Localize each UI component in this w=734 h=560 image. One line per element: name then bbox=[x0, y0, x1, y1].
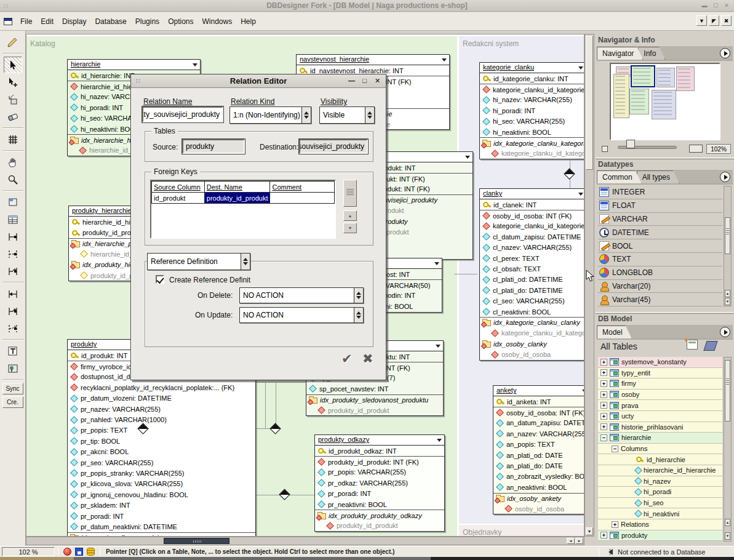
table-column-row[interactable]: id_clanek: INT bbox=[480, 199, 584, 210]
table-column-row[interactable]: an_plati_do: DATE bbox=[493, 460, 584, 471]
table-column-row[interactable]: pr_popis_stranky: VARCHAR(255) bbox=[68, 468, 255, 478]
dialog-close-icon[interactable]: ✕ bbox=[373, 76, 382, 86]
visibility-select[interactable]: Visible bbox=[319, 106, 375, 124]
zoom-tool[interactable] bbox=[4, 171, 22, 188]
tree-item[interactable]: id_hierarchie bbox=[598, 454, 722, 465]
table-column-row[interactable]: produkty_id_produkt bbox=[315, 521, 444, 531]
expander-icon[interactable] bbox=[600, 380, 607, 387]
table-column-row[interactable]: pr_popis: TEXT bbox=[68, 425, 255, 436]
dialog-minimize-icon[interactable]: — bbox=[347, 76, 356, 86]
mdi-maximize-icon[interactable]: ◤ bbox=[709, 15, 719, 26]
scroll-left-icon[interactable]: ◄ bbox=[567, 538, 575, 544]
table-column-row[interactable]: idx_kategorie_clanku_kategorie_clanku bbox=[480, 137, 584, 148]
table-column-row[interactable]: an_nazev: VARCHAR(255) bbox=[493, 428, 584, 439]
tab-common[interactable]: Common bbox=[597, 170, 642, 183]
fk-row-up-icon[interactable]: ▲ bbox=[343, 210, 357, 221]
table-column-row[interactable]: pr_akcni: BOOL bbox=[68, 447, 255, 457]
table-column-row[interactable]: cl_nazev: VARCHAR(255) bbox=[480, 242, 584, 253]
tree-item[interactable]: systemove_konstanty bbox=[598, 357, 722, 368]
expander-icon[interactable] bbox=[600, 369, 607, 376]
scroll-down-icon[interactable]: ▼ bbox=[586, 527, 593, 535]
relation-1n-nonid-tool[interactable] bbox=[4, 303, 22, 319]
collapse-arrow-icon[interactable] bbox=[578, 193, 583, 196]
table-column-row[interactable]: kategorie_clanku_id_kategorie_clanku: IN… bbox=[480, 221, 584, 231]
table-column-row[interactable]: sp_pocet_navstev: INT bbox=[306, 383, 443, 394]
fk-col-dest[interactable]: Dest. Name bbox=[204, 182, 270, 193]
fit-view-button[interactable] bbox=[689, 145, 703, 153]
pencil-tool[interactable] bbox=[4, 34, 22, 50]
table-column-row[interactable]: pr_popis: VARCHAR(255) bbox=[315, 467, 444, 478]
table-column-row[interactable]: idx_vyrobce_firmy_produkty bbox=[68, 532, 255, 537]
reference-definition-select[interactable]: Reference Definition bbox=[147, 253, 250, 270]
mdi-close-icon[interactable]: ✖ bbox=[721, 15, 732, 26]
menu-item[interactable]: Plugins bbox=[131, 15, 164, 28]
expander-icon[interactable] bbox=[612, 446, 618, 452]
expander-icon[interactable] bbox=[600, 391, 607, 398]
fk-grid-grip[interactable] bbox=[343, 180, 357, 207]
tree-scroll-thumb[interactable] bbox=[725, 360, 730, 422]
fk-row[interactable]: id_produkt produkty_id_produkt bbox=[152, 193, 335, 204]
ok-check-button[interactable]: ✔ bbox=[341, 351, 353, 366]
on-delete-select[interactable]: NO ACTION bbox=[239, 287, 364, 303]
relation-11-nonid-tool[interactable] bbox=[4, 286, 22, 302]
table-column-row[interactable]: osoby_id_osoba: INT (FK) bbox=[480, 210, 584, 220]
table-tool[interactable] bbox=[4, 211, 22, 228]
spinner-icon[interactable] bbox=[241, 254, 250, 270]
table-column-row[interactable]: an_datum_zapisu: DATETIME bbox=[493, 418, 584, 428]
vertical-scroll-thumb[interactable] bbox=[586, 36, 593, 170]
table-column-row[interactable]: pr_ignoruj_cenovou_hladinu: BOOL bbox=[68, 489, 255, 500]
table-header[interactable]: ankety bbox=[493, 386, 584, 396]
fk-col-comment[interactable]: Comment bbox=[270, 182, 335, 193]
datatype-item[interactable]: INTEGER bbox=[598, 186, 722, 199]
tab-overflow-icon[interactable] bbox=[720, 48, 730, 58]
on-update-select[interactable]: NO ACTION bbox=[239, 307, 364, 323]
relation-line[interactable] bbox=[256, 382, 306, 383]
relation-nm-tool[interactable] bbox=[4, 263, 22, 279]
dialog-maximize-icon[interactable]: □ bbox=[360, 76, 369, 86]
table-header[interactable]: kategorie_clanku bbox=[480, 63, 584, 73]
expander-icon[interactable] bbox=[600, 434, 607, 441]
relation-1n-tool[interactable] bbox=[4, 246, 22, 262]
db-table-ankety[interactable]: anketyid_anketa: INTosoby_id_osoba: INT … bbox=[493, 385, 584, 514]
minimize-icon[interactable]: ▬ bbox=[700, 1, 709, 10]
tree-item[interactable]: typy_entit bbox=[598, 368, 722, 379]
tab-overflow-icon[interactable] bbox=[720, 172, 730, 182]
table-column-row[interactable]: an_popis: TEXT bbox=[493, 439, 584, 450]
tree-scrollbar[interactable]: ▲ ▼ bbox=[724, 357, 732, 542]
db-table-clanky[interactable]: clankyid_clanek: INTosoby_id_osoba: INT … bbox=[479, 188, 584, 361]
table-column-row[interactable]: id_kategorie_clanku: INT bbox=[480, 73, 584, 84]
table-column-row[interactable]: cl_neaktivni: BOOL bbox=[480, 306, 584, 317]
close-icon[interactable]: ✕ bbox=[722, 1, 732, 10]
table-column-row[interactable]: cl_seo: VARCHAR(255) bbox=[480, 296, 584, 306]
fk-col-source[interactable]: Source Column bbox=[152, 182, 205, 193]
table-column-row[interactable]: id_anketa: INT bbox=[493, 396, 584, 407]
scroll-down-icon[interactable]: ▼ bbox=[725, 298, 730, 305]
panel-separator[interactable] bbox=[596, 158, 734, 159]
relation-11-tool[interactable] bbox=[4, 228, 22, 245]
zoom-slider[interactable] bbox=[618, 143, 677, 149]
fk-row-down-icon[interactable]: ▼ bbox=[343, 223, 357, 233]
tree-item[interactable]: hierarchie_id_hierarchie bbox=[598, 465, 722, 476]
create-reference-checkbox[interactable] bbox=[156, 275, 164, 284]
table-column-row[interactable]: pr_nahled: VARCHAR(1000) bbox=[68, 414, 255, 425]
table-column-row[interactable]: hi_nazev: VARCHAR(255) bbox=[480, 95, 584, 105]
datatype-item[interactable]: DATETIME bbox=[598, 226, 722, 239]
scroll-up-icon[interactable]: ▲ bbox=[725, 519, 730, 526]
menu-item[interactable]: Display bbox=[58, 15, 90, 28]
table-column-row[interactable]: an_zobrazit_vysledky: BOOL bbox=[493, 471, 584, 482]
scroll-right-icon[interactable]: ► bbox=[575, 538, 583, 544]
cre-button[interactable]: Cre. bbox=[2, 396, 23, 408]
expander-icon[interactable] bbox=[600, 359, 607, 366]
label-tool[interactable] bbox=[4, 343, 22, 359]
table-column-row[interactable]: kategorie_clanku_id_kategorie_clanku: IN… bbox=[480, 84, 584, 94]
horizontal-scroll-thumb[interactable] bbox=[164, 538, 229, 544]
table-column-row[interactable]: osoby_id_osoba bbox=[480, 349, 584, 359]
tab-all-types[interactable]: All types bbox=[637, 170, 679, 183]
table-header[interactable]: hierarchie bbox=[68, 60, 200, 70]
expander-icon[interactable] bbox=[612, 521, 618, 528]
relation-name-input[interactable]: produkty_souvisejici_produkty bbox=[142, 106, 223, 122]
cancel-x-button[interactable]: ✖ bbox=[362, 351, 373, 366]
table-column-row[interactable]: idx_osoby_clanky bbox=[480, 338, 584, 349]
collapse-arrow-icon[interactable] bbox=[578, 66, 583, 70]
relation-kind-select[interactable]: 1:n (Non-Identifying) bbox=[229, 106, 311, 124]
